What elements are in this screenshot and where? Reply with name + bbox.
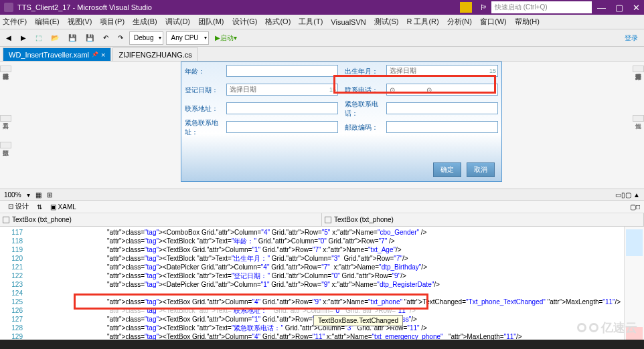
breadcrumb-row: TextBox (txt_phone) TextBox (txt_phone) <box>0 213 644 226</box>
feedback-icon[interactable] <box>460 2 472 13</box>
fit-icon[interactable]: ▾ <box>27 191 30 199</box>
input-age[interactable] <box>226 65 338 77</box>
input-phone[interactable]: ⊙ ⊙ <box>386 84 498 96</box>
menu-item[interactable]: 编辑(E) <box>35 17 60 27</box>
toolbox-tab[interactable]: 工具箱 <box>0 115 11 122</box>
menu-item[interactable]: 视图(V) <box>68 17 92 27</box>
tab-wd-inserttraveller[interactable]: WD_InsertTraveller.xaml 📌 × <box>3 47 111 61</box>
login-link[interactable]: 登录 <box>621 31 641 45</box>
design-xaml-tabs: ⊡ 设计 ⇅ ▣ XAML ▢□ <box>0 201 644 213</box>
cancel-button[interactable]: 取消 <box>467 162 495 177</box>
split-toggle-icon[interactable]: ▭▯▢ ▲ <box>615 191 640 199</box>
label-birthday: 出生年月： <box>345 64 386 80</box>
titlebar: TTS_Client2_17 - Microsoft Visual Studio… <box>0 0 644 15</box>
undo-icon[interactable]: ↶ <box>100 31 112 45</box>
menu-item[interactable]: 窗口(W) <box>480 17 507 27</box>
watermark: 亿速云 <box>577 320 637 336</box>
expand-icon[interactable]: ▢□ <box>630 203 640 211</box>
menu-item[interactable]: 生成(B) <box>133 17 157 27</box>
xaml-editor[interactable]: 1171181191201211221231241251261271281291… <box>0 226 644 349</box>
tab-label: WD_InsertTraveller.xaml <box>9 51 89 59</box>
close-tab-icon[interactable]: × <box>101 51 105 59</box>
tab-design[interactable]: ⊡ 设计 <box>4 202 33 211</box>
toolbar: ◀ ▶ ⬚ 📂 💾 💾 ↶ ↷ Debug Any CPU ▶ 启动 ▾ 登录 <box>0 29 644 47</box>
new-project-icon[interactable]: ⬚ <box>32 31 45 45</box>
swap-icon[interactable]: ⇅ <box>37 203 42 211</box>
menubar: 文件(F)编辑(E)视图(V)项目(P)生成(B)调试(D)团队(M)设计(G)… <box>0 15 644 29</box>
solution-explorer-tab[interactable]: 解决方案资源管理器 <box>633 66 644 72</box>
save-icon[interactable]: 💾 <box>65 31 80 45</box>
designer-pane: 服务器资源管理器 工具箱 数据源 解决方案资源管理器 属性 年龄： 出生年月： … <box>0 62 644 189</box>
code-content[interactable]: "attr">class="tag"><ComboBox Grid."attr"… <box>27 227 624 349</box>
menu-item[interactable]: 分析(N) <box>447 17 472 27</box>
tab-xaml[interactable]: ▣ XAML <box>46 203 80 211</box>
datasource-tab[interactable]: 数据源 <box>0 142 11 148</box>
snap-icon[interactable]: ⊞ <box>47 191 52 199</box>
menu-item[interactable]: VisualSVN <box>331 18 366 26</box>
form-preview: 年龄： 出生年月： 选择日期15 登记日期： 选择日期15 联系电话： ⊙ ⊙ … <box>181 62 502 182</box>
label-emerg-phone: 紧急联系电话： <box>345 101 386 117</box>
datepicker-register[interactable]: 选择日期15 <box>226 84 338 96</box>
input-emerg-addr[interactable] <box>226 121 338 133</box>
menu-item[interactable]: 格式(O) <box>265 17 291 27</box>
label-phone: 联系电话： <box>345 82 386 98</box>
input-emerg-phone[interactable] <box>386 102 498 114</box>
breadcrumb-right[interactable]: TextBox (txt_phone) <box>334 216 394 223</box>
menu-item[interactable]: 设计(G) <box>232 17 258 27</box>
properties-tab[interactable]: 属性 <box>633 115 644 122</box>
quick-launch-input[interactable]: 快速启动 (Ctrl+Q) <box>491 1 592 13</box>
label-age: 年龄： <box>185 64 226 80</box>
breadcrumb-left[interactable]: TextBox (txt_phone) <box>12 216 72 223</box>
menu-item[interactable]: 项目(P) <box>100 17 125 27</box>
menu-item[interactable]: 帮助(H) <box>515 17 540 27</box>
menu-item[interactable]: 测试(S) <box>374 17 399 27</box>
grid-icon[interactable]: ▦ <box>35 191 42 199</box>
start-button[interactable]: ▶ 启动 ▾ <box>212 31 240 45</box>
vs-icon <box>4 3 13 12</box>
nav-back-icon[interactable]: ◀ <box>3 31 15 45</box>
save-all-icon[interactable]: 💾 <box>82 31 97 45</box>
window-title: TTS_Client2_17 - Microsoft Visual Studio <box>17 3 460 11</box>
line-numbers: 1171181191201211221231241251261271281291… <box>0 227 27 349</box>
server-explorer-tab[interactable]: 服务器资源管理器 <box>0 66 11 72</box>
calendar-icon[interactable]: 15 <box>329 86 336 93</box>
zoom-value[interactable]: 100% <box>4 191 21 199</box>
label-zip: 邮政编码： <box>345 120 386 136</box>
close-button[interactable]: ✕ <box>633 3 640 13</box>
redo-icon[interactable]: ↷ <box>114 31 127 45</box>
label-address: 联系地址： <box>185 101 226 117</box>
intellisense-tooltip: TextBoxBase.TextChanged <box>313 315 403 326</box>
input-zip[interactable] <box>386 121 498 133</box>
taskbar[interactable] <box>0 340 644 349</box>
sq-icon <box>325 217 331 223</box>
calendar-icon[interactable]: 15 <box>489 68 496 74</box>
menu-item[interactable]: 工具(T) <box>299 17 323 27</box>
restore-button[interactable]: ▢ <box>615 3 623 13</box>
menu-item[interactable]: 团队(M) <box>198 17 224 27</box>
document-tabs: WD_InsertTraveller.xaml 📌 × ZIJIFENGZHUA… <box>0 47 644 62</box>
tab-label: ZIJIFENGZHUANG.cs <box>118 51 191 59</box>
sq-icon <box>3 217 9 223</box>
menu-item[interactable]: R 工具(R) <box>406 17 438 27</box>
label-emerg-addr: 紧急联系地址： <box>185 120 226 136</box>
label-register: 登记日期： <box>185 82 226 98</box>
input-address[interactable] <box>226 102 338 114</box>
minimize-button[interactable]: — <box>597 3 606 13</box>
nav-fwd-icon[interactable]: ▶ <box>17 31 29 45</box>
ok-button[interactable]: 确定 <box>433 162 461 177</box>
platform-dropdown[interactable]: Any CPU <box>166 31 208 45</box>
menu-item[interactable]: 调试(D) <box>165 17 190 27</box>
menu-item[interactable]: 文件(F) <box>3 17 27 27</box>
notification-icon[interactable]: 🏳 <box>480 3 487 11</box>
tab-zijifengzhuang[interactable]: ZIJIFENGZHUANG.cs <box>112 47 197 61</box>
open-icon[interactable]: 📂 <box>48 31 62 45</box>
datepicker-birthday[interactable]: 选择日期15 <box>386 65 498 77</box>
pin-icon[interactable]: 📌 <box>92 51 98 57</box>
config-dropdown[interactable]: Debug <box>129 31 163 45</box>
designer-zoombar: 100% ▾ ▦ ⊞ ▭▯▢ ▲ <box>0 189 644 201</box>
